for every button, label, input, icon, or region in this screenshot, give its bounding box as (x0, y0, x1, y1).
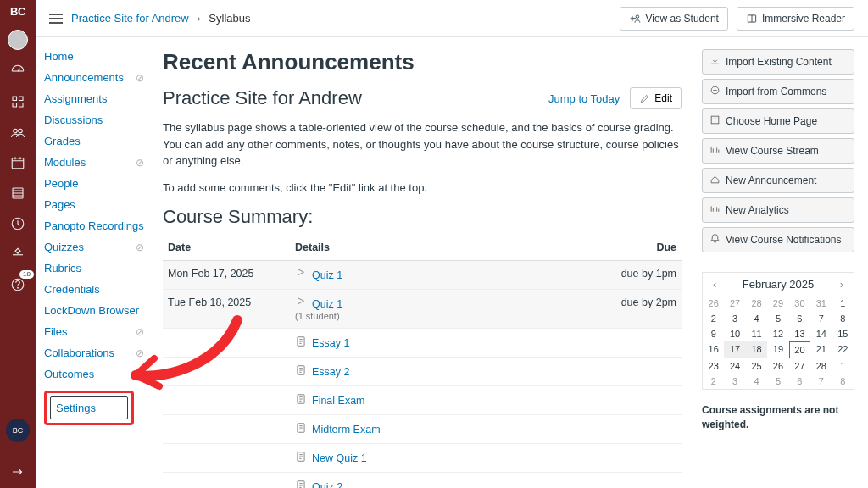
calendar-day[interactable]: 23 (703, 358, 724, 374)
calendar-day[interactable]: 20 (789, 341, 810, 358)
assignment-link[interactable]: Essay 1 (312, 337, 349, 349)
assignment-link[interactable]: Midterm Exam (312, 424, 381, 435)
calendar-day[interactable]: 7 (810, 374, 832, 389)
coursenav-item-files[interactable]: Files⊘ (44, 324, 144, 339)
calendar-day[interactable]: 13 (789, 326, 810, 341)
coursenav-item-settings[interactable]: Settings (56, 401, 122, 415)
groups-icon[interactable] (8, 123, 27, 141)
sidebar-action-import-existing-content[interactable]: Import Existing Content (702, 49, 854, 75)
coursenav-item-quizzes[interactable]: Quizzes⊘ (44, 240, 144, 254)
calendar-day[interactable]: 4 (746, 374, 767, 389)
edit-button[interactable]: Edit (630, 87, 682, 109)
calendar-day[interactable]: 3 (724, 374, 745, 389)
dashboard-icon[interactable] (8, 62, 27, 80)
immersive-reader-button[interactable]: Immersive Reader (737, 7, 854, 30)
assignment-link[interactable]: Quiz 1 (312, 298, 342, 310)
calendar-next-icon[interactable]: › (835, 278, 849, 291)
commons-icon[interactable] (8, 245, 27, 263)
calendar-day[interactable]: 22 (832, 341, 854, 358)
cell-details: Final Exam (290, 386, 605, 415)
jump-to-today-link[interactable]: Jump to Today (548, 92, 620, 105)
coursenav-item-grades[interactable]: Grades (44, 134, 144, 148)
institution-logo[interactable]: BC (10, 5, 25, 18)
assignment-link[interactable]: Final Exam (312, 395, 365, 407)
sidebar-action-choose-home-page[interactable]: Choose Home Page (702, 108, 854, 134)
calendar-day[interactable]: 6 (789, 311, 810, 326)
assignment-link[interactable]: Quiz 1 (312, 269, 342, 281)
breadcrumb-course-link[interactable]: Practice Site for Andrew (71, 12, 189, 25)
coursenav-item-panopto-recordings[interactable]: Panopto Recordings (44, 219, 144, 233)
calendar-day[interactable]: 30 (789, 296, 810, 311)
inbox-icon[interactable] (8, 184, 27, 202)
calendar-day[interactable]: 1 (832, 296, 854, 311)
expand-nav-icon[interactable] (8, 463, 27, 481)
coursenav-item-home[interactable]: Home (44, 49, 144, 64)
courses-icon[interactable] (8, 92, 27, 111)
calendar-day[interactable]: 24 (724, 358, 745, 374)
calendar-day[interactable]: 19 (767, 341, 788, 358)
account-avatar[interactable] (8, 30, 28, 50)
calendar-day[interactable]: 16 (703, 341, 724, 358)
calendar-day[interactable]: 1 (832, 358, 854, 374)
coursenav-item-assignments[interactable]: Assignments (44, 92, 144, 106)
calendar-day[interactable]: 2 (703, 374, 724, 389)
calendar-prev-icon[interactable]: ‹ (708, 278, 721, 291)
calendar-day[interactable]: 25 (746, 358, 767, 374)
calendar-day[interactable]: 17 (724, 341, 745, 358)
coursenav-item-pages[interactable]: Pages (44, 197, 144, 212)
calendar-day[interactable]: 7 (810, 311, 832, 326)
calendar-day[interactable]: 5 (767, 374, 788, 389)
cell-date (163, 473, 290, 489)
calendar-day[interactable]: 6 (789, 374, 810, 389)
hidden-icon: ⊘ (136, 347, 144, 359)
coursenav-item-announcements[interactable]: Announcements⊘ (44, 70, 144, 85)
sidebar-action-view-course-notifications[interactable]: View Course Notifications (702, 227, 854, 252)
calendar-day[interactable]: 10 (724, 326, 745, 341)
calendar-day[interactable]: 12 (767, 326, 788, 341)
hamburger-menu-icon[interactable] (49, 14, 63, 24)
view-as-student-button[interactable]: View as Student (620, 7, 728, 30)
coursenav-item-credentials[interactable]: Credentials (44, 282, 144, 297)
calendar-day[interactable]: 29 (767, 296, 788, 311)
calendar-day[interactable]: 28 (746, 296, 767, 311)
syllabus-description-1: The syllabus page shows a table-oriented… (163, 119, 682, 169)
coursenav-item-outcomes[interactable]: Outcomes⊘ (44, 367, 144, 381)
sidebar-action-label: Choose Home Page (726, 115, 817, 127)
coursenav-item-discussions[interactable]: Discussions (44, 113, 144, 127)
calendar-day[interactable]: 18 (746, 341, 767, 358)
sidebar-action-new-analytics[interactable]: New Analytics (702, 197, 854, 223)
calendar-day[interactable]: 8 (832, 311, 854, 326)
calendar-day[interactable]: 27 (789, 358, 810, 374)
calendar-day[interactable]: 26 (767, 358, 788, 374)
calendar-day[interactable]: 8 (832, 374, 854, 389)
calendar-day[interactable]: 31 (810, 296, 832, 311)
coursenav-item-lockdown-browser[interactable]: LockDown Browser (44, 303, 144, 318)
calendar-day[interactable]: 28 (810, 358, 832, 374)
calendar-day[interactable]: 2 (703, 311, 724, 326)
calendar-icon[interactable] (8, 153, 27, 172)
calendar-day[interactable]: 27 (724, 296, 745, 311)
sidebar-action-view-course-stream[interactable]: View Course Stream (702, 138, 854, 164)
calendar-day[interactable]: 5 (767, 311, 788, 326)
calendar-day[interactable]: 14 (810, 326, 832, 341)
calendar-day[interactable]: 21 (810, 341, 832, 358)
calendar-day[interactable]: 26 (703, 296, 724, 311)
coursenav-item-people[interactable]: People (44, 176, 144, 191)
bc-circle-icon[interactable]: BC (6, 419, 30, 442)
coursenav-item-modules[interactable]: Modules⊘ (44, 155, 144, 169)
calendar-day[interactable]: 11 (746, 326, 767, 341)
calendar-day[interactable]: 15 (832, 326, 854, 341)
calendar-day[interactable]: 4 (746, 311, 767, 326)
help-icon[interactable]: 10 (8, 275, 27, 294)
history-icon[interactable] (8, 214, 27, 233)
assignment-link[interactable]: Essay 2 (312, 366, 349, 378)
coursenav-item-rubrics[interactable]: Rubrics (44, 261, 144, 275)
assignment-link[interactable]: Quiz 2 (312, 481, 342, 489)
coursenav-item-collaborations[interactable]: Collaborations⊘ (44, 346, 144, 360)
sidebar-action-new-announcement[interactable]: New Announcement (702, 168, 854, 193)
calendar-day[interactable]: 3 (724, 311, 745, 326)
sidebar-action-import-from-commons[interactable]: Import from Commons (702, 79, 854, 104)
calendar-day[interactable]: 9 (703, 326, 724, 341)
sidebar-action-icon (709, 233, 721, 247)
assignment-link[interactable]: New Quiz 1 (312, 452, 367, 464)
